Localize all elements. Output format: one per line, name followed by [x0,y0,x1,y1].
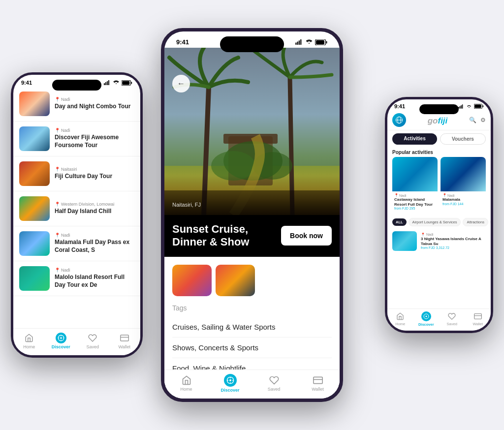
nav-saved-label: Saved [447,322,457,326]
tour-thumbnail [19,161,50,186]
wallet-icon [473,312,482,321]
center-dynamic-island [220,36,284,52]
back-button[interactable]: ← [172,75,190,92]
scene: 9:41 📍 Nadi Day and Night C [0,0,504,430]
right-status-time: 9:41 [394,103,405,109]
filter-attractions[interactable]: Attractions [463,218,488,226]
activity-card-malamala[interactable]: 📍 Nadi Malamala from FJD 144 [441,157,486,212]
hero-image: ← Naitasiri, FJ [164,48,340,215]
popular-label: Popular activities [387,148,491,157]
activities-grid: 📍 Nadi Castaway Island Resort Full Day T… [387,157,491,216]
list-item[interactable]: 📍 Nadi Day and Night Combo Tour [13,87,140,122]
svg-rect-6 [122,81,129,85]
nav-home[interactable]: Home [387,312,413,326]
tab-vouchers[interactable]: Vouchers [440,133,486,145]
nav-discover-label: Discover [220,388,239,393]
tour-list: 📍 Nadi Day and Night Combo Tour 📍 Nadi D… [13,87,140,320]
activity-info-malamala: 📍 Nadi Malamala from FJD 144 [441,191,486,208]
nav-discover[interactable]: Discover [208,374,252,393]
thumbnail-1[interactable] [172,265,212,296]
activity-card-castaway[interactable]: 📍 Nadi Castaway Island Resort Full Day T… [392,157,438,212]
activity-location-castaway: 📍 Nadi [394,193,436,197]
svg-rect-41 [460,106,461,108]
hero-overlay [164,176,340,215]
left-status-icons [104,80,132,86]
svg-rect-3 [108,80,109,85]
nav-home[interactable]: Home [13,333,45,349]
thumbnail-2[interactable] [216,265,255,296]
wifi-icon [305,39,313,45]
tour-info: 📍 Nadi Day and Night Combo Tour [55,97,134,111]
nav-saved[interactable]: Saved [252,375,296,392]
signal-icon [295,39,303,45]
nav-wallet-label: Wallet [312,387,324,392]
right-tour-item[interactable]: 📍 Nadi 3 Night Yasawa Islands Cruise A T… [387,228,491,254]
activity-info-castaway: 📍 Nadi Castaway Island Resort Full Day T… [392,191,438,212]
left-bottom-nav: Home Discover Saved [13,328,140,355]
nav-home-label: Home [180,387,192,392]
svg-rect-17 [299,40,300,45]
activity-image-castaway [392,157,438,191]
nav-discover[interactable]: Discover [45,333,77,349]
home-icon [396,312,405,321]
home-icon [24,333,34,343]
svg-rect-1 [105,82,106,85]
right-phone: 9:41 gofiji 🔍 ⚙ [385,97,493,333]
nav-wallet[interactable]: Wallet [296,375,340,392]
hero-location: Naitasiri, FJ [172,202,201,208]
svg-rect-43 [462,104,463,109]
svg-rect-20 [326,41,327,43]
tab-activities[interactable]: Activities [392,133,437,145]
list-item[interactable]: 📍 Nadi Malolo Island Resort Full Day Tou… [13,261,140,296]
tour-location: 📍 Nadi [55,97,134,102]
svg-rect-13 [121,335,129,341]
right-tour-name: 3 Night Yasawa Islands Cruise A Tabua Su [421,237,486,246]
nav-wallet[interactable]: Wallet [465,312,491,326]
nav-saved[interactable]: Saved [439,312,465,326]
wallet-icon [119,333,130,343]
left-status-time: 9:41 [21,80,32,86]
thumbnail-row [172,265,332,296]
tag-item-1[interactable]: Cruises, Sailing & Water Sports [172,317,332,338]
right-status-icons [458,104,484,109]
right-tour-text: 📍 Nadi 3 Night Yasawa Islands Cruise A T… [421,233,486,249]
list-item[interactable]: 📍 Western Division, Lomowai Half Day Isl… [13,191,140,226]
tour-thumbnail [19,126,50,151]
filter-bar: ALL Airport Lounges & Services Attractio… [387,216,491,228]
tour-title: Malamala Full Day Pass ex Coral Coast, S [55,239,134,254]
filter-lounges[interactable]: Airport Lounges & Services [409,218,461,226]
tag-item-2[interactable]: Shows, Concerts & Sports [172,338,332,358]
list-item[interactable]: 📍 Naitasiri Fiji Culture Day Tour [13,156,140,191]
wifi-icon [466,104,472,109]
svg-rect-46 [474,104,481,108]
center-phone: 9:41 [161,28,343,402]
svg-rect-18 [300,39,301,45]
nav-discover[interactable]: Discover [413,311,440,327]
list-item[interactable]: 📍 Nadi Malamala Full Day Pass ex Coral C… [13,226,140,261]
activity-name-castaway: Castaway Island Resort Full Day Tour [394,197,436,207]
tour-info: 📍 Naitasiri Fiji Culture Day Tour [55,167,134,181]
tour-info: 📍 Western Division, Lomowai Half Day Isl… [55,202,134,215]
list-item[interactable]: 📍 Nadi Discover Fiji Awesome Foursome To… [13,122,140,156]
tour-location: 📍 Nadi [55,233,134,238]
tour-info: 📍 Nadi Discover Fiji Awesome Foursome To… [55,128,134,149]
settings-icon[interactable]: ⚙ [480,117,486,123]
nav-saved[interactable]: Saved [77,333,109,349]
svg-rect-45 [483,105,484,107]
svg-point-33 [229,379,231,381]
filter-all[interactable]: ALL [392,218,407,226]
book-now-button[interactable]: Book now [281,226,332,246]
discover-icon [56,333,66,343]
right-tour-thumbnail [392,231,417,251]
search-icon[interactable]: 🔍 [469,117,476,123]
nav-home[interactable]: Home [164,375,208,392]
right-dynamic-island [419,104,459,114]
right-tour-location: 📍 Nadi [421,233,486,237]
svg-rect-16 [297,41,298,45]
nav-saved-label: Saved [86,344,99,349]
battery-icon [315,39,328,45]
svg-rect-15 [295,43,296,45]
nav-wallet[interactable]: Wallet [109,333,141,349]
filter-more[interactable]: Rc [490,218,491,226]
nav-saved-label: Saved [268,387,281,392]
